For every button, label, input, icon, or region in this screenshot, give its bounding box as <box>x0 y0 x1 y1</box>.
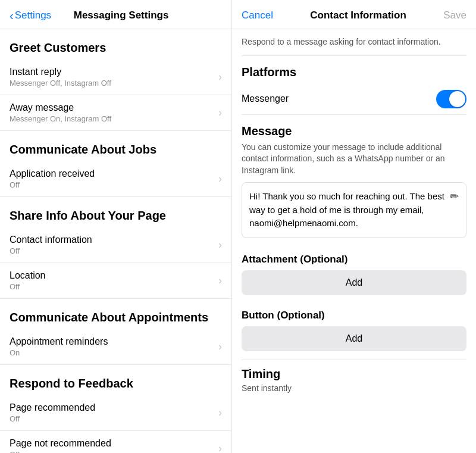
right-content: Respond to a message asking for contact … <box>232 29 476 393</box>
chevron-right-icon: › <box>218 173 222 185</box>
item-subtitle-page-recommended: Off <box>10 414 95 423</box>
save-button[interactable]: Save <box>443 10 466 21</box>
section-greet-customers: Greet Customers <box>0 29 231 60</box>
item-title-instant-reply: Instant reply <box>10 67 111 77</box>
attachment-add-button[interactable]: Add <box>242 270 466 295</box>
message-section-title: Message <box>242 115 466 142</box>
chevron-right-icon: › <box>218 107 222 119</box>
timing-section: Timing Sent instantly <box>242 360 466 393</box>
message-content: Hi! Thank you so much for reaching out. … <box>249 190 445 230</box>
section-share-info: Share Info About Your Page <box>0 197 231 227</box>
item-subtitle-location: Off <box>10 282 46 291</box>
chevron-right-icon: › <box>218 340 222 353</box>
messenger-label: Messenger <box>242 93 289 104</box>
item-subtitle-appointment-reminders: On <box>10 348 108 357</box>
list-item-application-received[interactable]: Application received Off › <box>0 161 231 197</box>
cancel-button[interactable]: Cancel <box>242 10 273 21</box>
list-item-appointment-reminders[interactable]: Appointment reminders On › <box>0 329 231 365</box>
chevron-right-icon: › <box>218 407 222 419</box>
edit-icon[interactable]: ✏ <box>450 190 459 203</box>
platforms-section-title: Platforms <box>242 56 466 84</box>
item-title-location: Location <box>10 270 46 281</box>
messenger-toggle-row: Messenger <box>242 84 466 115</box>
list-item-instant-reply[interactable]: Instant reply Messenger Off, Instagram O… <box>0 60 231 95</box>
back-chevron-icon: ‹ <box>10 10 14 21</box>
item-subtitle-page-not-recommended: Off <box>10 450 111 453</box>
left-panel-title: Messaging Settings <box>56 10 186 21</box>
timing-title: Timing <box>242 367 466 383</box>
chevron-right-icon: › <box>218 442 222 453</box>
list-item-away-message[interactable]: Away message Messenger On, Instagram Off… <box>0 95 231 131</box>
item-title-application-received: Application received <box>10 168 95 179</box>
item-subtitle-away-message: Messenger On, Instagram Off <box>10 114 111 123</box>
message-box[interactable]: Hi! Thank you so much for reaching out. … <box>242 182 466 238</box>
message-section-description: You can customize your message to includ… <box>242 142 466 183</box>
back-label: Settings <box>15 10 51 21</box>
chevron-right-icon: › <box>218 71 222 83</box>
button-optional-add-button[interactable]: Add <box>242 326 466 351</box>
item-title-page-recommended: Page recommended <box>10 402 95 413</box>
item-subtitle-application-received: Off <box>10 180 95 189</box>
right-panel: Cancel Contact Information Save Respond … <box>232 0 476 453</box>
right-panel-title: Contact Information <box>310 10 406 21</box>
messenger-toggle[interactable] <box>436 90 466 108</box>
chevron-right-icon: › <box>218 274 222 287</box>
list-item-page-recommended[interactable]: Page recommended Off › <box>0 395 231 431</box>
timing-value: Sent instantly <box>242 383 466 393</box>
item-title-contact-information: Contact information <box>10 235 92 245</box>
section-communicate-jobs: Communicate About Jobs <box>0 131 231 161</box>
back-button[interactable]: ‹ Settings <box>10 10 51 21</box>
section-feedback: Respond to Feedback <box>0 365 231 395</box>
toggle-knob <box>449 91 465 107</box>
list-item-location[interactable]: Location Off › <box>0 263 231 299</box>
right-header: Cancel Contact Information Save <box>232 0 476 29</box>
item-subtitle-contact-information: Off <box>10 246 92 255</box>
item-title-away-message: Away message <box>10 102 111 113</box>
left-header: ‹ Settings Messaging Settings <box>0 0 231 29</box>
contact-info-description: Respond to a message asking for contact … <box>242 29 466 56</box>
item-subtitle-instant-reply: Messenger Off, Instagram Off <box>10 79 111 88</box>
section-appointments: Communicate About Appointments <box>0 299 231 329</box>
attachment-label: Attachment (Optional) <box>242 248 466 270</box>
left-panel: ‹ Settings Messaging Settings Greet Cust… <box>0 0 232 453</box>
list-item-page-not-recommended[interactable]: Page not recommended Off › <box>0 431 231 453</box>
button-optional-label: Button (Optional) <box>242 304 466 326</box>
item-title-page-not-recommended: Page not recommended <box>10 438 111 449</box>
item-title-appointment-reminders: Appointment reminders <box>10 336 108 347</box>
list-item-contact-information[interactable]: Contact information Off › <box>0 227 231 263</box>
chevron-right-icon: › <box>218 239 222 251</box>
